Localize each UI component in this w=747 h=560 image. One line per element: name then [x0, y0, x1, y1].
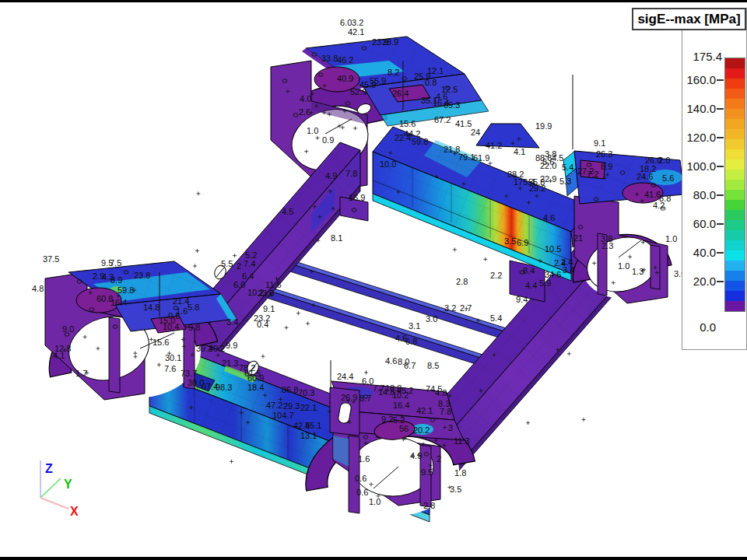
stress-value-label: 26.3: [596, 149, 612, 159]
stress-value-label: 2.2: [490, 271, 502, 280]
stress-value-label: 1.0: [307, 126, 318, 135]
stress-value-label: 4.1: [53, 351, 65, 360]
stress-value-label: 3.5: [504, 236, 516, 246]
stress-value-label: 5.5: [221, 259, 233, 268]
legend-tick-mark: [717, 281, 724, 282]
stress-value-label: 73.7: [181, 369, 197, 378]
stress-value-label: 7.6: [164, 364, 176, 373]
stress-value-label: 2.8: [423, 501, 435, 510]
stress-value-label: 8.9: [110, 275, 122, 285]
legend-tick-label: 80.0: [661, 188, 716, 201]
stress-value-label: 60.9: [247, 373, 264, 383]
stress-value-label: 4.2: [653, 201, 665, 210]
stress-value-label: 26.9: [341, 393, 357, 402]
legend-tick-label: 120.0: [661, 131, 716, 144]
stress-value-label: 33.8: [321, 54, 338, 63]
stress-value-label: 0.4: [257, 320, 268, 329]
stress-value-label: 55.9: [370, 76, 386, 86]
stress-value-label: 86.8: [282, 385, 298, 394]
stress-value-label: 10.5: [545, 244, 561, 254]
legend-title: sigE--max [MPa]: [632, 8, 746, 30]
stress-value-label: 47.2: [266, 401, 282, 410]
stress-value-label: 22.1: [300, 403, 317, 412]
stress-value-label: 18.4: [247, 383, 264, 392]
stress-value-label: 0.8: [425, 78, 437, 87]
stress-value-label: 4.5: [282, 207, 293, 216]
stress-value-label: 61.9: [473, 153, 489, 163]
x-axis-line: [40, 498, 68, 509]
fea-postprocessor-window: 6.03.242.123.928.933.846.240.945.955.952…: [0, 0, 747, 560]
stress-value-label: 56: [399, 424, 409, 433]
legend-tick-mark: [717, 108, 724, 110]
stress-value-label: 45.1: [305, 421, 321, 430]
legend-tick-label: 20.0: [661, 275, 716, 288]
stress-value-label: 10.4: [163, 322, 179, 331]
stress-value-label: 22.9: [540, 174, 556, 184]
stress-value-label: 42.1: [416, 406, 433, 415]
stress-value-label: 3.4: [226, 317, 238, 327]
stress-value-label: 59.8: [117, 285, 134, 295]
stress-value-label: 4.1: [514, 147, 525, 156]
stress-value-label: 23.6: [258, 289, 274, 298]
stress-value-label: 40.9: [337, 74, 353, 83]
stress-value-label: 16.4: [393, 401, 409, 410]
legend-tick-mark: [717, 252, 724, 254]
stress-value-label: 9.9: [226, 341, 237, 350]
stress-value-label: 24.6: [637, 172, 653, 181]
stress-value-label: 0.6: [355, 474, 366, 483]
stress-value-label: 40.2: [209, 344, 225, 353]
stress-value-label: 9.4: [516, 295, 528, 304]
legend-tick-mark: [717, 223, 724, 225]
legend-min-value: 0.0: [661, 320, 716, 334]
stress-value-label: 9.1: [263, 304, 275, 313]
stress-value-label: 4.6: [543, 213, 555, 222]
stress-value-label: 1.0: [618, 261, 630, 271]
stress-value-label: 4.9: [325, 171, 337, 180]
stress-value-label: 11.6: [265, 280, 282, 289]
stress-value-label: 7.2: [587, 170, 598, 179]
stress-value-label: 29.2: [529, 184, 545, 193]
stress-value-label: 3.1: [409, 321, 420, 331]
stress-value-label: 42.1: [348, 27, 364, 37]
stress-value-label: 41.2: [486, 141, 502, 150]
stress-value-label: 1.8: [454, 468, 466, 478]
stress-value-label: 2: [237, 261, 241, 271]
stress-value-label: 2.3: [601, 241, 613, 250]
stress-value-label: 4.6: [436, 92, 447, 101]
axis-triad: Z Y X: [16, 451, 109, 537]
stress-value-label: 2.6: [299, 107, 310, 117]
stress-value-label: 28.9: [382, 37, 398, 47]
stress-value-label: 10.2: [392, 390, 409, 400]
stress-value-label: 7.5: [110, 258, 121, 268]
stress-value-label: 29.3: [283, 401, 300, 411]
stress-value-label: 26.4: [392, 89, 409, 98]
stress-value-label: 20.2: [413, 425, 430, 435]
stress-value-label: 8.2: [388, 68, 399, 77]
stress-value-label: 23.8: [134, 271, 150, 280]
legend-tick-mark: [717, 194, 724, 196]
stress-value-label: 5.9: [539, 278, 551, 288]
viewport-3d[interactable]: 6.03.242.123.928.933.846.240.945.955.952…: [0, 0, 747, 560]
stress-value-label: 11.3: [454, 436, 470, 446]
stress-value-label: 24: [471, 128, 480, 137]
legend-tick-label: 100.0: [661, 159, 716, 173]
stress-value-label: 98.3: [216, 383, 232, 392]
stress-value-label: 21: [573, 233, 583, 243]
stress-value-label: 9.8: [188, 323, 200, 332]
stress-value-label: 37.5: [43, 254, 59, 264]
stress-value-label: 52.9: [350, 87, 366, 96]
stress-value-label: 2.4: [554, 258, 566, 268]
legend-tick-mark: [717, 166, 724, 167]
stress-value-label: 9.5: [421, 467, 433, 477]
legend-max-value: 175.4: [666, 50, 722, 63]
stress-value-label: 6.7: [404, 361, 416, 370]
stress-value-label: 6.9: [517, 238, 528, 247]
stress-value-label: 5.8: [188, 303, 199, 312]
stress-value-label: 21.3: [222, 359, 238, 368]
stress-value-label: 6.0: [340, 18, 352, 27]
stress-value-label: 46.2: [337, 55, 353, 65]
center-rods: [257, 257, 514, 369]
x-axis-label: X: [70, 505, 79, 518]
stress-value-label: 104.7: [272, 411, 294, 420]
stress-value-label: 70.3: [298, 388, 314, 397]
